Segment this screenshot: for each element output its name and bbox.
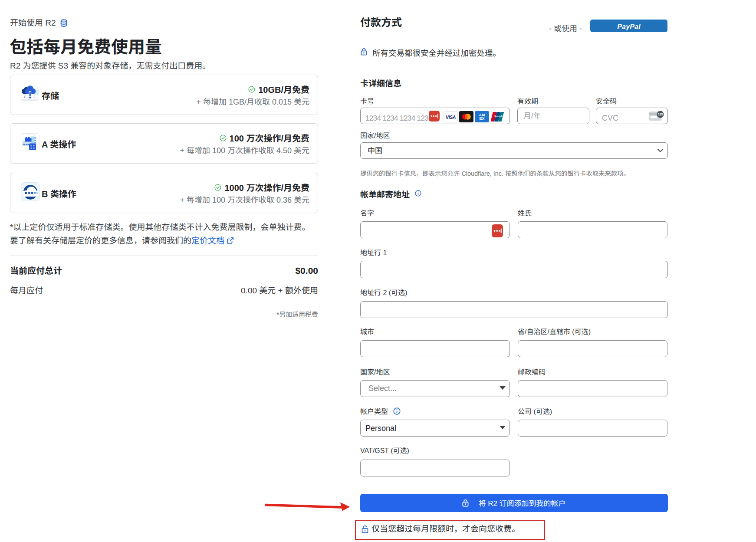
svg-text:135: 135: [658, 113, 663, 116]
svg-text:UnionPay: UnionPay: [494, 115, 505, 118]
